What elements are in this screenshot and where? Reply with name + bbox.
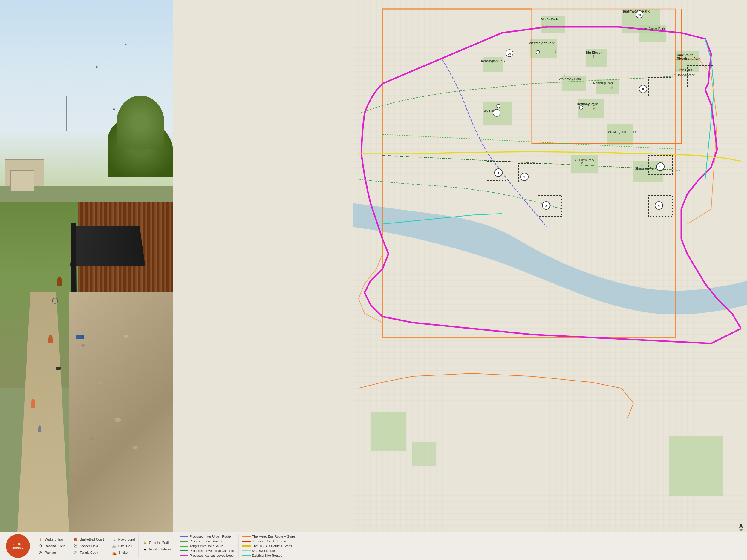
legend-item-soccer: ⚽ Soccer Field <box>73 543 104 549</box>
svg-text:Kensington Park: Kensington Park <box>481 59 505 63</box>
legend-col4: 🏃 Running Trail ★ Point of Interest <box>139 534 176 558</box>
svg-text:St. Margaret's Park: St. Margaret's Park <box>608 130 636 134</box>
svg-text:Riverfront Park: Riverfront Park <box>677 57 701 60</box>
river-route-line <box>242 550 251 551</box>
svg-point-215 <box>497 104 500 108</box>
legend-item-walking-trail: 🚶 Walking Trail <box>38 537 66 542</box>
legend-item-baseball: ⑩ Baseball Field <box>38 543 66 549</box>
bike-trail-label: Bike Trail <box>118 544 132 548</box>
johnson-county-line <box>242 541 251 542</box>
legend-item-playground: 🏃 Playground <box>111 537 135 542</box>
basketball-label: Basketball Court <box>80 538 104 541</box>
logo-text-bottom: agency <box>12 546 24 549</box>
existing-bike-line <box>242 555 251 556</box>
bike-trail-icon: 🚲 <box>111 543 117 549</box>
svg-text:5: 5 <box>660 165 661 169</box>
legend-col5: Proposed Inter-Urban Route Proposed Bike… <box>176 534 239 558</box>
bird3: ∧ <box>125 43 127 46</box>
svg-text:Kaw Point: Kaw Point <box>677 53 693 57</box>
building2 <box>10 170 34 191</box>
svg-text:3: 3 <box>545 204 547 208</box>
legend-item-bike-routes: Proposed Bike Routes <box>180 539 235 543</box>
svg-text:🚶: 🚶 <box>580 159 585 164</box>
tennis-icon: 🎾 <box>73 550 78 555</box>
bike-wheel1 <box>52 298 58 304</box>
parking-icon: Ⓟ <box>38 550 43 555</box>
person2 <box>48 335 53 343</box>
person4 <box>38 425 41 432</box>
main-container: ∧ ∧ ∧ <box>0 0 747 532</box>
bird2: ∧ <box>113 106 115 110</box>
person1 <box>57 276 62 286</box>
legend-item-metro-bus: The Metro Bus Route + Stops <box>242 535 295 538</box>
inter-urban-line <box>180 536 188 537</box>
legend-item-levee-connect: Proposed Levee Trail Connect. <box>180 549 235 553</box>
svg-point-214 <box>536 51 540 54</box>
svg-text:St. John's Park: St. John's Park <box>672 73 694 77</box>
bike-routes-line <box>180 541 188 542</box>
baseball-icon: ⑩ <box>38 543 43 549</box>
svg-text:Huron Park: Huron Park <box>675 68 692 72</box>
svg-text:Westheight Park: Westheight Park <box>529 41 555 45</box>
svg-text:1: 1 <box>497 171 499 175</box>
basketball-icon: 🏀 <box>73 537 78 542</box>
legend-col3: 🏃 Playground 🚲 Bike Trail ⛺ Shelter <box>108 534 139 558</box>
poi-label: Point of Interest <box>149 548 172 551</box>
legend-item-ug-bus: The UG Bus Route + Stops <box>242 544 295 548</box>
legend-item-kansas-levee: Proposed Kansas Levee Loop <box>180 554 235 557</box>
metro-bus-line <box>242 536 251 537</box>
svg-text:10: 10 <box>638 14 641 17</box>
shelter-label: Shelter <box>118 551 129 554</box>
svg-text:4: 4 <box>658 204 660 208</box>
photo-panel: ∧ ∧ ∧ <box>0 0 173 532</box>
legend-item-tennis: 🎾 Tennis Court <box>73 550 104 555</box>
paved-trail <box>70 226 145 266</box>
legend-col1: 🚶 Walking Trail ⑩ Baseball Field Ⓟ Parki… <box>34 534 69 558</box>
svg-point-216 <box>579 106 583 109</box>
legend-item-river-route: KC River Route <box>242 549 295 553</box>
power-pole <box>66 96 67 131</box>
svg-text:Mac's Park: Mac's Park <box>541 17 558 21</box>
logo: dotte agency <box>6 534 30 558</box>
logo-text-top: dotte <box>14 543 22 546</box>
legend-item-basketball: 🏀 Basketball Court <box>73 537 104 542</box>
svg-text:Shawnee Park: Shawnee Park <box>635 167 656 170</box>
legend-item-bike-tour: Terry's Bike Tour South <box>180 544 235 548</box>
power-line <box>52 96 73 96</box>
svg-text:🚶: 🚶 <box>553 48 558 53</box>
svg-text:🏃: 🏃 <box>592 55 596 59</box>
legend-item-bike-trail: 🚲 Bike Trail <box>111 543 135 549</box>
legend-item-parking: Ⓟ Parking <box>38 550 66 555</box>
svg-text:🏃: 🏃 <box>541 24 545 28</box>
walk-icon: 🚶 <box>38 537 43 542</box>
baseball-label: Baseball Field <box>45 544 66 548</box>
poi-icon: ★ <box>142 546 148 552</box>
walking-trail-label: Walking Trail <box>45 538 63 541</box>
svg-text:10: 10 <box>495 112 498 115</box>
legend-bar: dotte agency 🚶 Walking Trail ⑩ Baseball … <box>0 532 747 560</box>
playground-icon: 🏃 <box>111 537 117 542</box>
person3 <box>31 399 35 408</box>
solar-panel <box>76 335 84 339</box>
svg-rect-165 <box>607 124 634 145</box>
map-panel: Heathwood Park Mac's Park Jersey Creek P… <box>173 0 747 532</box>
soccer-icon: ⚽ <box>73 543 78 549</box>
kansas-levee-line <box>180 555 188 556</box>
svg-rect-170 <box>412 442 436 466</box>
svg-text:10: 10 <box>508 52 511 55</box>
svg-text:Heathwood Park: Heathwood Park <box>621 9 650 14</box>
running-icon: 🏃 <box>142 540 148 545</box>
ug-bus-line <box>242 545 251 546</box>
legend-item-shelter: ⛺ Shelter <box>111 550 135 555</box>
svg-text:2: 2 <box>523 175 525 179</box>
legend-item-poi: ★ Point of Interest <box>142 546 172 552</box>
legend-item-johnson-county: Johnson County Transit <box>242 539 295 543</box>
svg-text:Big Eleven: Big Eleven <box>586 51 603 54</box>
tree-right2 <box>117 96 164 149</box>
svg-text:Waterway Park: Waterway Park <box>559 77 581 81</box>
levee-connect-line <box>180 551 188 551</box>
legend-col2: 🏀 Basketball Court ⚽ Soccer Field 🎾 Tenn… <box>69 534 108 558</box>
svg-text:Jersey Creek Park: Jersey Creek Park <box>638 27 665 30</box>
legend-item-existing-bike: Existing Bike Routes <box>242 554 295 557</box>
running-label: Running Trail <box>149 541 169 544</box>
